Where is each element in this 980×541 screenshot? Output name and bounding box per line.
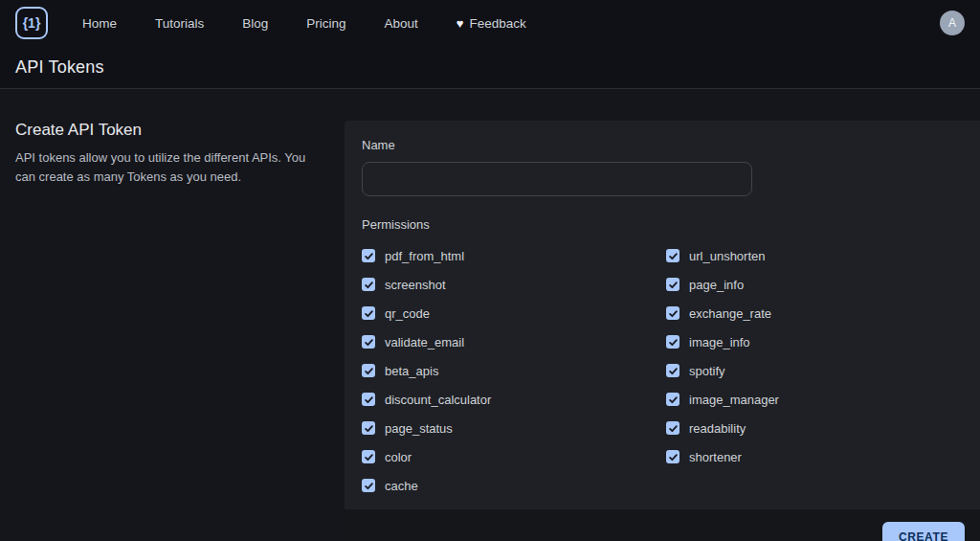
permission-checkbox-row[interactable]: image_info [666,327,970,356]
checkbox-checked-icon[interactable] [362,450,375,463]
checkbox-checked-icon[interactable] [362,364,375,377]
permission-label: exchange_rate [689,306,771,321]
permission-label: image_manager [689,393,779,407]
main-nav: Home Tutorials Blog Pricing About ♥ Feed… [82,16,526,31]
permissions-grid: pdf_from_html screenshot qr_code validat… [362,241,970,500]
checkbox-checked-icon[interactable] [362,393,375,406]
checkbox-checked-icon[interactable] [362,335,375,349]
permission-checkbox-row[interactable]: discount_calculator [362,385,666,414]
permission-label: readability [689,421,746,436]
permission-label: image_info [689,335,750,349]
name-field-label: Name [362,138,970,152]
nav-item-label: Pricing [306,16,345,31]
permission-label: beta_apis [385,364,438,378]
permission-label: screenshot [385,278,446,292]
permission-checkbox-row[interactable]: exchange_rate [666,299,970,327]
user-avatar-letter: A [948,16,956,30]
permission-label: validate_email [385,335,464,349]
section-heading: Create API Token [15,121,322,140]
permission-label: qr_code [385,306,430,321]
permission-checkbox-row[interactable]: validate_email [362,327,666,356]
permission-checkbox-row[interactable]: page_status [362,414,666,442]
permission-checkbox-row[interactable]: page_info [666,270,970,299]
permission-checkbox-row[interactable]: cache [362,471,666,500]
nav-item-home[interactable]: Home [82,16,117,31]
site-logo[interactable]: {1} [15,7,48,39]
permission-checkbox-row[interactable]: image_manager [666,385,970,414]
permission-label: discount_calculator [385,393,491,407]
create-button[interactable]: CREATE [882,522,965,541]
permission-checkbox-row[interactable]: readability [666,414,970,442]
nav-item-about[interactable]: About [385,16,418,31]
checkbox-checked-icon[interactable] [666,421,679,435]
permission-checkbox-row[interactable]: pdf_from_html [362,241,666,270]
heart-icon: ♥ [457,17,464,30]
nav-item-label: Home [82,16,117,31]
create-token-card: Name Permissions pdf_from_html screensho… [345,121,980,541]
permission-checkbox-row[interactable]: beta_apis [362,356,666,385]
permissions-label: Permissions [362,217,970,232]
section-description: API tokens allow you to utilize the diff… [15,148,314,186]
nav-item-blog[interactable]: Blog [242,16,268,31]
nav-item-label: Blog [242,16,268,31]
permission-label: pdf_from_html [385,249,464,263]
permission-label: url_unshorten [689,249,766,263]
checkbox-checked-icon[interactable] [666,306,679,320]
checkbox-checked-icon[interactable] [666,249,679,262]
nav-item-feedback[interactable]: ♥ Feedback [457,16,526,31]
checkbox-checked-icon[interactable] [362,278,375,291]
permission-checkbox-row[interactable]: shortener [666,442,970,471]
intro-section: Create API Token API tokens allow you to… [15,121,345,186]
permission-label: page_info [689,278,744,292]
checkbox-checked-icon[interactable] [362,306,375,320]
page-title-bar: API Tokens [0,46,980,89]
permissions-column-right: url_unshorten page_info exchange_rate im… [666,241,970,500]
nav-item-label: Tutorials [155,16,204,31]
page-title: API Tokens [15,57,104,78]
permission-label: color [385,450,412,464]
permission-label: shortener [689,450,742,464]
checkbox-checked-icon[interactable] [666,364,679,377]
nav-item-label: Feedback [470,16,526,31]
nav-item-label: About [385,16,418,31]
permissions-column-left: pdf_from_html screenshot qr_code validat… [362,241,666,500]
checkbox-checked-icon[interactable] [362,421,375,435]
checkbox-checked-icon[interactable] [362,479,375,492]
main-content: Create API Token API tokens allow you to… [0,89,980,541]
permission-checkbox-row[interactable]: screenshot [362,270,666,299]
permission-label: spotify [689,364,725,378]
checkbox-checked-icon[interactable] [666,393,679,406]
checkbox-checked-icon[interactable] [666,450,679,463]
token-name-input[interactable] [362,162,752,196]
user-avatar[interactable]: A [940,11,965,35]
permission-label: page_status [385,421,453,436]
checkbox-checked-icon[interactable] [666,335,679,349]
site-logo-text: {1} [23,15,41,31]
checkbox-checked-icon[interactable] [666,278,679,291]
permission-checkbox-row[interactable]: qr_code [362,299,666,327]
permission-checkbox-row[interactable]: url_unshorten [666,241,970,270]
permission-label: cache [385,479,418,493]
create-token-form: Name Permissions pdf_from_html screensho… [345,121,980,509]
top-navbar: {1} Home Tutorials Blog Pricing About ♥ … [0,0,980,46]
permission-checkbox-row[interactable]: color [362,442,666,471]
permission-checkbox-row[interactable]: spotify [666,356,970,385]
nav-item-pricing[interactable]: Pricing [306,16,345,31]
card-footer: CREATE [345,509,980,541]
checkbox-checked-icon[interactable] [362,249,375,262]
nav-item-tutorials[interactable]: Tutorials [155,16,204,31]
